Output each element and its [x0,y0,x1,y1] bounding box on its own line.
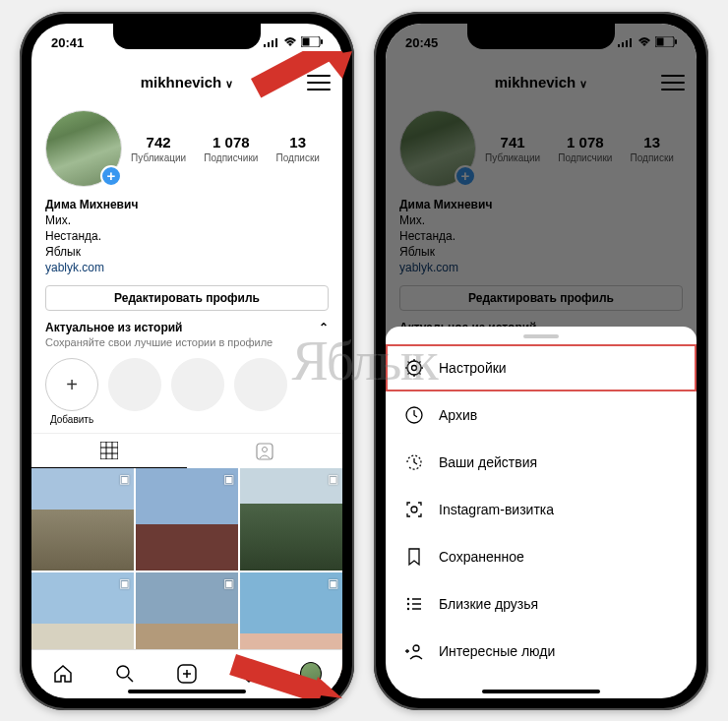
bio-line: Мих. [45,212,329,228]
carousel-icon: ▣ [328,472,338,486]
chevron-up-icon: ⌃ [319,321,329,334]
menu-label: Архив [439,407,477,423]
carousel-icon: ▣ [223,472,234,486]
add-post-tab[interactable] [176,663,198,685]
carousel-icon: ▣ [119,576,130,590]
highlights-title-row[interactable]: Актуальное из историй ⌃ [45,321,329,334]
history-icon [403,451,425,473]
grid-tab[interactable] [31,434,187,468]
posts-count: 742 [131,134,186,150]
menu-label: Настройки [439,360,507,376]
highlight-placeholder [171,358,224,425]
username-text: mikhnevich [141,74,222,90]
followers-stat[interactable]: 1 078 Подписчики [204,134,258,163]
menu-nametag[interactable]: Instagram-визитка [386,486,697,533]
svg-rect-3 [275,38,277,47]
menu-settings[interactable]: Настройки [386,344,697,391]
post-tile[interactable]: ▣ [136,468,238,571]
svg-point-31 [412,365,417,370]
following-count: 13 [276,134,320,150]
svg-rect-2 [272,40,273,47]
status-icons [264,35,323,50]
menu-label: Близкие друзья [439,596,538,612]
carousel-icon: ▣ [328,576,338,590]
signal-icon [264,35,279,50]
svg-rect-20 [251,51,343,97]
svg-rect-5 [303,38,310,46]
highlights-title: Актуальное из историй [45,321,182,334]
screen-right: 20:45 mikhnevich∨ + 741 [386,24,697,698]
home-indicator[interactable] [482,690,600,693]
svg-point-33 [411,507,417,512]
phone-right: 20:45 mikhnevich∨ + 741 [374,12,708,710]
menu-archive[interactable]: Архив [386,391,697,439]
menu-close-friends[interactable]: Близкие друзья [386,580,697,628]
annotation-arrow [226,51,354,130]
menu-label: Сохраненное [439,549,524,565]
svg-rect-7 [100,442,118,459]
grid-icon [100,442,118,459]
tagged-icon [256,443,273,460]
posts-label: Публикации [131,152,186,163]
search-tab[interactable] [114,663,136,685]
post-tile[interactable]: ▣ [240,468,342,571]
posts-stat[interactable]: 742 Публикации [131,134,186,163]
status-time: 20:41 [51,35,84,50]
menu-saved[interactable]: Сохраненное [386,533,697,580]
carousel-icon: ▣ [223,576,234,590]
svg-line-15 [128,677,133,682]
svg-point-14 [117,666,129,678]
following-label: Подписки [276,152,320,163]
sheet-handle[interactable] [523,334,559,338]
notch [113,24,261,49]
menu-sheet: Настройки Архив Ваши действия Instagram-… [386,327,697,698]
bio-line: Яблык [45,244,329,260]
svg-point-35 [407,602,409,604]
gear-icon [403,357,425,379]
bio: Дима Михневич Мих. Нестанда. Яблык yably… [31,191,342,282]
highlight-placeholder [234,358,287,425]
notch [467,24,615,49]
username-dropdown[interactable]: mikhnevich∨ [141,74,234,90]
home-tab[interactable] [52,663,74,685]
svg-rect-0 [264,44,266,47]
svg-point-30 [407,361,421,375]
phone-left: 20:41 mikhnevich∨ + 742 [20,12,354,710]
carousel-icon: ▣ [119,472,130,486]
svg-point-36 [407,607,409,609]
menu-label: Интересные люди [439,643,555,659]
svg-rect-1 [268,42,270,47]
avatar[interactable]: + [45,110,122,187]
svg-rect-22 [229,654,325,698]
bio-link[interactable]: yablyk.com [45,260,329,275]
followers-label: Подписчики [204,152,258,163]
highlight-item[interactable]: + Добавить [45,358,98,425]
highlights-section: Актуальное из историй ⌃ Сохраняйте свои … [31,321,342,433]
menu-label: Ваши действия [439,454,537,470]
list-icon [403,593,425,615]
scan-icon [403,499,425,520]
menu-discover[interactable]: Интересные люди [386,628,697,675]
svg-rect-6 [321,39,323,44]
profile-tabs [31,433,342,468]
followers-count: 1 078 [204,134,258,150]
profile-stats: 742 Публикации 1 078 Подписчики 13 Подпи… [122,134,329,163]
clock-icon [403,404,425,426]
annotation-arrow [216,630,344,698]
wifi-icon [283,35,297,50]
menu-label: Instagram-визитка [439,502,554,517]
svg-point-40 [413,645,419,651]
highlight-label: Добавить [45,414,98,425]
add-person-icon [403,640,425,662]
following-stat[interactable]: 13 Подписки [276,134,320,163]
bookmark-icon [403,546,425,568]
highlights-subtitle: Сохраняйте свои лучшие истории в профиле [45,336,329,348]
menu-activity[interactable]: Ваши действия [386,439,697,486]
post-tile[interactable]: ▣ [31,468,134,571]
svg-point-13 [263,447,268,451]
highlights-row: + Добавить [45,358,329,425]
edit-profile-button[interactable]: Редактировать профиль [45,285,329,311]
svg-point-34 [407,597,409,599]
add-story-icon[interactable]: + [100,165,122,187]
tagged-tab[interactable] [187,434,342,468]
